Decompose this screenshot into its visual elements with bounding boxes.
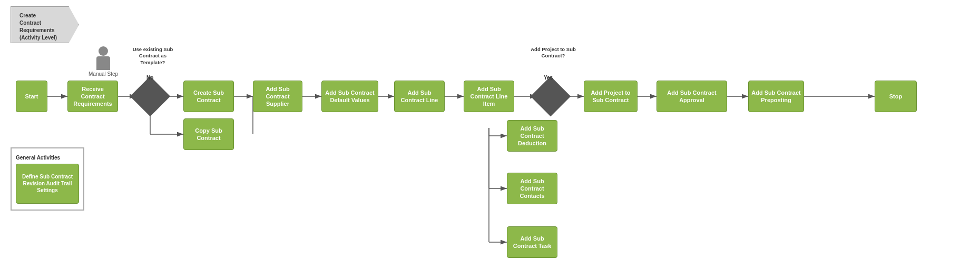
add-approval-node: Add Sub Contract Approval — [656, 81, 727, 112]
stop-node: Stop — [875, 81, 917, 112]
add-line-node: Add Sub Contract Line — [394, 81, 445, 112]
general-activities-box: General Activities Define Sub Contract R… — [11, 147, 84, 211]
define-audit-node: Define Sub Contract Revision Audit Trail… — [16, 164, 79, 204]
add-default-node: Add Sub Contract Default Values — [321, 81, 378, 112]
start-node: Start — [16, 81, 47, 112]
activity-level-label: CreateContractRequirements(Activity Leve… — [11, 6, 79, 43]
add-project-node: Add Project to Sub Contract — [584, 81, 638, 112]
add-deduction-node: Add Sub Contract Deduction — [507, 120, 557, 152]
diamond2-question-label: Add Project to Sub Contract? — [527, 46, 580, 59]
add-line-item-node: Add Sub Contract Line Item — [464, 81, 514, 112]
copy-node: Copy Sub Contract — [183, 118, 234, 150]
person-head-icon — [99, 46, 108, 56]
add-supplier-node: Add Sub Contract Supplier — [253, 81, 302, 112]
diamond2: Yes — [536, 82, 565, 111]
add-contacts-node: Add Sub Contract Contacts — [507, 173, 557, 204]
arrows-svg — [0, 0, 980, 279]
diamond1-question-label: Use existing Sub Contract as Template? — [126, 46, 179, 66]
diagram-container: CreateContractRequirements(Activity Leve… — [0, 0, 980, 279]
create-node: Create Sub Contract — [183, 81, 234, 112]
manual-step-person: Manual Step — [89, 46, 118, 77]
manual-step-label: Manual Step — [89, 71, 118, 77]
diamond2-yes-label: Yes — [544, 75, 553, 81]
diamond1-no-label: No — [146, 75, 153, 81]
add-task-node: Add Sub Contract Task — [507, 226, 557, 258]
general-activities-label: General Activities — [16, 155, 60, 161]
receive-node: Receive Contract Requirements — [67, 81, 118, 112]
person-body-icon — [96, 56, 110, 70]
diamond1: No — [136, 82, 164, 111]
add-preposting-node: Add Sub Contract Preposting — [748, 81, 804, 112]
